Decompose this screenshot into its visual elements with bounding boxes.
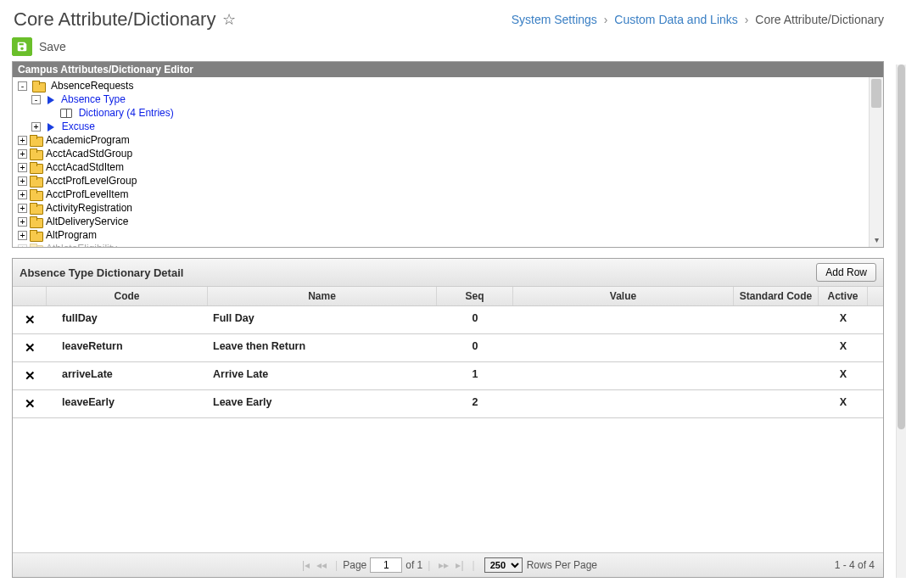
pager-next-icon[interactable]: ▸▸	[435, 559, 452, 571]
folder-icon	[30, 244, 43, 247]
tree-node[interactable]: ActivityRegistration	[46, 202, 132, 214]
cell-active[interactable]: X	[819, 390, 868, 417]
pager-of-label: of 1	[405, 559, 422, 571]
pager-page-label: Page	[343, 559, 366, 571]
attribute-tree[interactable]: - AbsenceRequests - Absence Type	[13, 77, 869, 247]
pager-first-icon[interactable]: |◂	[299, 559, 313, 571]
tree-expand-toggle[interactable]: +	[18, 204, 27, 213]
detail-title: Absence Type Dictionary Detail	[20, 266, 183, 279]
tree-expand-toggle[interactable]: +	[18, 163, 27, 172]
delete-row-icon[interactable]: ✕	[25, 368, 36, 384]
tree-node[interactable]: AcademicProgram	[46, 134, 130, 146]
rows-per-page-select[interactable]: 250	[484, 557, 523, 573]
cell-standard-code[interactable]	[734, 362, 819, 389]
breadcrumb: System Settings › Custom Data and Links …	[512, 13, 884, 26]
favorite-star-icon[interactable]: ☆	[222, 10, 236, 29]
attribute-arrow-icon	[48, 123, 54, 132]
tree-node-excuse[interactable]: Excuse	[62, 120, 95, 132]
tree-node-dictionary[interactable]: Dictionary (4 Entries)	[79, 107, 174, 119]
cell-standard-code[interactable]	[734, 334, 819, 361]
grid-body[interactable]: ✕ fullDay Full Day 0 X ✕ leaveReturn Lea…	[13, 306, 883, 552]
col-header-name[interactable]: Name	[208, 287, 437, 305]
save-button[interactable]	[12, 37, 32, 56]
folder-icon	[30, 189, 43, 200]
cell-name[interactable]: Leave Early	[208, 390, 437, 417]
delete-row-icon[interactable]: ✕	[25, 396, 36, 412]
delete-row-icon[interactable]: ✕	[25, 340, 36, 356]
tree-node[interactable]: AcctAcadStdGroup	[46, 148, 132, 160]
tree-expand-toggle[interactable]: +	[18, 244, 27, 247]
tree-expand-toggle[interactable]: +	[18, 149, 27, 159]
tree-node-absencerequests[interactable]: AbsenceRequests	[51, 80, 133, 92]
cell-code[interactable]: fullDay	[47, 306, 208, 333]
cell-value[interactable]	[513, 334, 734, 361]
cell-seq[interactable]: 0	[437, 306, 513, 333]
cell-code[interactable]: leaveReturn	[47, 334, 208, 361]
record-count: 1 - 4 of 4	[835, 559, 875, 571]
folder-icon	[30, 230, 43, 241]
add-row-button[interactable]: Add Row	[816, 263, 876, 282]
pager-prev-icon[interactable]: ◂◂	[313, 559, 330, 571]
cell-name[interactable]: Leave then Return	[208, 334, 437, 361]
tree-node[interactable]: AltProgram	[46, 229, 97, 241]
pager: |◂ ◂◂ | Page of 1 | ▸▸ ▸| | 250 Rows Per…	[13, 552, 883, 577]
col-header-active[interactable]: Active	[819, 287, 868, 305]
tree-panel-header: Campus Attributes/Dictionary Editor	[13, 62, 883, 77]
cell-name[interactable]: Full Day	[208, 306, 437, 333]
chevron-right-icon: ›	[741, 13, 752, 26]
cell-code[interactable]: arriveLate	[47, 362, 208, 389]
attribute-arrow-icon	[48, 96, 54, 104]
breadcrumb-system-settings[interactable]: System Settings	[512, 13, 597, 26]
cell-value[interactable]	[513, 390, 734, 417]
cell-standard-code[interactable]	[734, 306, 819, 333]
tree-expand-toggle[interactable]: +	[18, 231, 27, 240]
col-header-code[interactable]: Code	[47, 287, 208, 305]
cell-value[interactable]	[513, 306, 734, 333]
tree-node[interactable]: AthleteEligibility	[46, 243, 117, 247]
tree-collapse-toggle[interactable]: -	[31, 95, 41, 104]
tree-expand-toggle[interactable]: +	[18, 190, 27, 199]
tree-collapse-toggle[interactable]: -	[18, 81, 27, 91]
tree-scrollbar[interactable]: ▾	[869, 77, 883, 247]
col-header-standard-code[interactable]: Standard Code	[734, 287, 819, 305]
folder-icon	[30, 148, 43, 160]
save-label: Save	[39, 40, 66, 53]
table-row[interactable]: ✕ leaveReturn Leave then Return 0 X	[13, 334, 883, 362]
page-scrollbar[interactable]	[896, 64, 906, 578]
cell-seq[interactable]: 1	[437, 362, 513, 389]
page-title: Core Attribute/Dictionary	[14, 8, 215, 31]
tree-node[interactable]: AltDeliveryService	[46, 216, 128, 227]
tree-node-absence-type[interactable]: Absence Type	[61, 93, 126, 105]
tree-node[interactable]: AcctProfLevelGroup	[46, 175, 137, 187]
cell-code[interactable]: leaveEarly	[47, 390, 208, 417]
pager-page-input[interactable]	[370, 557, 402, 573]
pager-last-icon[interactable]: ▸|	[452, 559, 467, 571]
cell-name[interactable]: Arrive Late	[208, 362, 437, 389]
col-header-seq[interactable]: Seq	[437, 287, 513, 305]
tree-expand-toggle[interactable]: +	[18, 176, 27, 186]
breadcrumb-custom-data[interactable]: Custom Data and Links	[614, 13, 738, 26]
cell-active[interactable]: X	[819, 334, 868, 361]
cell-value[interactable]	[513, 362, 734, 389]
cell-active[interactable]: X	[819, 362, 868, 389]
cell-active[interactable]: X	[819, 306, 868, 333]
tree-expand-toggle[interactable]: +	[18, 136, 27, 145]
scrollbar-thumb[interactable]	[898, 64, 905, 429]
folder-icon	[30, 162, 43, 173]
tree-node[interactable]: AcctAcadStdItem	[46, 161, 124, 173]
cell-standard-code[interactable]	[734, 390, 819, 417]
tree-node[interactable]: AcctProfLevelItem	[46, 188, 128, 200]
scroll-down-icon[interactable]: ▾	[870, 233, 883, 245]
scrollbar-thumb[interactable]	[871, 79, 881, 108]
table-row[interactable]: ✕ leaveEarly Leave Early 2 X	[13, 390, 883, 418]
tree-expand-toggle[interactable]: +	[18, 217, 27, 227]
cell-seq[interactable]: 2	[437, 390, 513, 417]
col-header-value[interactable]: Value	[513, 287, 734, 305]
delete-row-icon[interactable]: ✕	[25, 312, 36, 328]
table-row[interactable]: ✕ arriveLate Arrive Late 1 X	[13, 362, 883, 390]
table-row[interactable]: ✕ fullDay Full Day 0 X	[13, 306, 883, 334]
tree-expand-toggle[interactable]: +	[31, 122, 41, 132]
detail-panel: Absence Type Dictionary Detail Add Row C…	[12, 258, 884, 578]
cell-seq[interactable]: 0	[437, 334, 513, 361]
folder-icon	[30, 176, 43, 187]
